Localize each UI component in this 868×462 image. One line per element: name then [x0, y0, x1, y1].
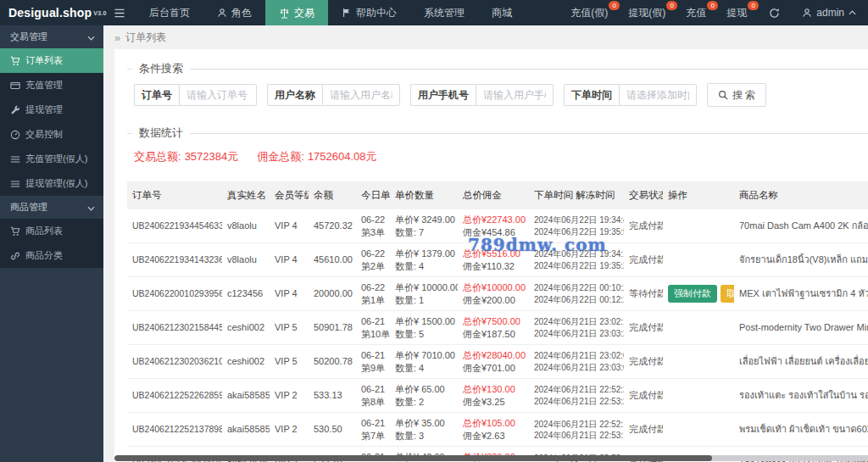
cell-member-level: VIP 5 — [270, 345, 309, 379]
col-unit-price-qty: 单价数量 — [390, 181, 458, 209]
app-logo[interactable]: Desigual.shop V3.0 — [0, 0, 103, 25]
wrench-icon — [10, 105, 20, 115]
cell-balance: 530.50 — [309, 413, 356, 447]
unfreeze-time: 2024年06月21日 22:53:29 — [534, 396, 619, 407]
sidebar-section-trade-manage[interactable]: 交易管理 — [0, 25, 103, 48]
notice-withdraw[interactable]: 提现0 — [718, 0, 759, 25]
sidebar-item-withdraw-fake[interactable]: 提现管理(假人) — [0, 171, 103, 196]
nav-item-system[interactable]: 系统管理 — [410, 0, 478, 25]
stats-fieldset: 数据统计 交易总额:3572384元佣金总额:1752604.08元 — [127, 125, 868, 175]
refresh-button[interactable] — [759, 0, 790, 25]
notice-withdraw-fake[interactable]: 提现(假)0 — [620, 0, 677, 25]
user-menu[interactable]: admin — [790, 0, 868, 25]
horizontal-scrollbar-thumb[interactable] — [114, 455, 712, 461]
sidebar-item-goods-category[interactable]: 商品分类 — [0, 243, 103, 268]
col-times: 下单时间 解冻时间 — [529, 181, 624, 209]
cell-member-level: VIP 2 — [270, 413, 309, 447]
sidebar-item-recharge-manage[interactable]: 充值管理 — [0, 73, 103, 97]
commission: 佣金¥110.32 — [463, 260, 524, 273]
table-row: UB2406212252262859akai585858VIP 2533.130… — [127, 379, 868, 413]
order-time: 2024年06月21日 23:02:03 — [534, 350, 619, 361]
caret-up-icon — [849, 10, 856, 15]
nav-item-label: 帮助中心 — [356, 6, 397, 20]
cell-balance: 45610.00 — [309, 243, 356, 277]
quantity: 数量: 2 — [395, 396, 453, 409]
total-price: 总价¥105.00 — [463, 417, 524, 430]
stat-commission-total: 佣金总额:1752604.08元 — [257, 149, 376, 164]
breadcrumb-label: 订单列表 — [125, 31, 166, 45]
sidebar-item-goods-list[interactable]: 商品列表 — [0, 219, 103, 243]
cell-today-orders: 06-21第9单 — [356, 345, 390, 379]
user-name-input[interactable] — [322, 84, 400, 106]
topbar: Desigual.shop V3.0 后台首页角色交易帮助中心系统管理商城 充值… — [0, 0, 868, 25]
nav-item-shop[interactable]: 商城 — [478, 0, 526, 25]
stat-label: 交易总额: — [134, 150, 181, 163]
notice-recharge-fake[interactable]: 充值(假)0 — [562, 0, 620, 25]
cell-today-orders: 06-21第7单 — [356, 413, 390, 447]
table-row: UB2406212302036210ceshi002VIP 550200.780… — [127, 345, 868, 379]
content-panel: 条件搜索 订单号用户名称用户手机号下单时间搜 索 数据统计 交易总额:35723… — [114, 49, 868, 462]
quantity: 数量: 4 — [395, 260, 453, 273]
sidebar-item-withdraw-manage[interactable]: 提现管理 — [0, 97, 103, 122]
cell-order-no: UB2406212302036210 — [127, 345, 222, 379]
cell-balance: 20000.00 — [309, 277, 356, 311]
search-field-user-phone: 用户手机号 — [410, 84, 554, 106]
force-pay-button[interactable]: 强制付款 — [668, 285, 717, 303]
cell-real-name: v8laolu — [222, 243, 270, 277]
nav-item-roles[interactable]: 角色 — [203, 0, 265, 25]
cell-total-commission: 总价¥105.00佣金¥2.63 — [458, 413, 529, 447]
notice-label: 提现 — [726, 6, 747, 20]
sidebar-section-goods-manage[interactable]: 商品管理 — [0, 196, 103, 219]
sidebar-toggle-icon[interactable] — [103, 0, 136, 25]
nav-item-label: 商城 — [492, 6, 512, 20]
sidebar-item-order-list[interactable]: 订单列表 — [0, 48, 103, 73]
notice-recharge[interactable]: 充值0 — [677, 0, 718, 25]
cell-balance: 533.13 — [309, 379, 356, 413]
order-day: 06-22 — [361, 248, 385, 260]
cell-product-name: เลื่อยไฟฟ้า เลื่อยยนต์ เครื่องเลื่อยยนต์… — [734, 345, 868, 379]
order-seq: 第2单 — [361, 260, 385, 273]
unit-price: 单价¥ 35.00 — [395, 417, 453, 430]
nav-item-help[interactable]: 帮助中心 — [328, 0, 410, 25]
cell-today-orders: 06-21第8单 — [356, 379, 390, 413]
user-phone-input[interactable] — [476, 84, 554, 106]
commission: 佣金¥200.00 — [463, 294, 524, 307]
order-time: 2024年06月22日 19:34:14 — [534, 248, 619, 259]
order-seq: 第10单 — [361, 328, 385, 341]
cell-product-name: 70mai Dash Cam A400 2K กล้องติดรถยนต์ คว… — [734, 209, 868, 243]
nav-item-label: 系统管理 — [424, 6, 465, 20]
commission: 佣金¥701.00 — [463, 362, 524, 375]
sidebar-item-label: 交易控制 — [25, 128, 63, 141]
cell-trade-status: 等待付款 — [624, 277, 663, 311]
quantity: 数量: 1 — [395, 294, 453, 307]
sidebar-item-label: 商品列表 — [25, 225, 63, 237]
cancel-order-button[interactable]: 取消订单 — [721, 285, 734, 303]
notice-badge: 0 — [609, 1, 620, 10]
notice-badge: 0 — [707, 1, 718, 10]
cell-total-commission: 总价¥28040.00佣金¥701.00 — [458, 345, 529, 379]
order-time-input[interactable] — [619, 84, 697, 106]
search-icon — [718, 90, 728, 100]
cell-product-name: พรมเช็ดเท้า ผ้าเช็ดเท้า ขนาด60X40 cm. ทอ… — [734, 413, 868, 447]
main-area: » 订单列表 条件搜索 订单号用户名称用户手机号下单时间搜 索 数据统计 交易总… — [103, 25, 868, 462]
cell-real-name: c123456 — [222, 277, 270, 311]
nav-item-label: 后台首页 — [149, 6, 190, 20]
nav-item-home[interactable]: 后台首页 — [136, 0, 203, 25]
cell-times: 2024年06月22日 19:34:452024年06月22日 19:35:59 — [529, 209, 624, 243]
search-field-order-no: 订单号 — [134, 84, 257, 106]
sidebar-item-trade-control[interactable]: 交易控制 — [0, 122, 103, 147]
order-time: 2024年06月22日 19:34:45 — [534, 214, 619, 225]
total-price: 总价¥130.00 — [463, 383, 524, 396]
sidebar-item-recharge-fake[interactable]: 充值管理(假人) — [0, 147, 103, 171]
search-button-label: 搜 索 — [732, 88, 755, 103]
nav-item-trade[interactable]: 交易 — [265, 0, 328, 25]
cell-trade-status: 完成付款 — [624, 311, 663, 345]
order-seq: 第9单 — [361, 362, 385, 375]
search-button[interactable]: 搜 索 — [707, 83, 766, 107]
stat-trade-total: 交易总额:3572384元 — [134, 149, 238, 164]
order-no-input[interactable] — [179, 84, 257, 106]
topbar-right: 充值(假)0提现(假)0充值0提现0 admin — [562, 0, 868, 25]
gauge-icon — [10, 130, 20, 140]
unit-price: 单价¥ 3249.00 — [395, 214, 453, 226]
order-day: 06-22 — [361, 214, 385, 226]
